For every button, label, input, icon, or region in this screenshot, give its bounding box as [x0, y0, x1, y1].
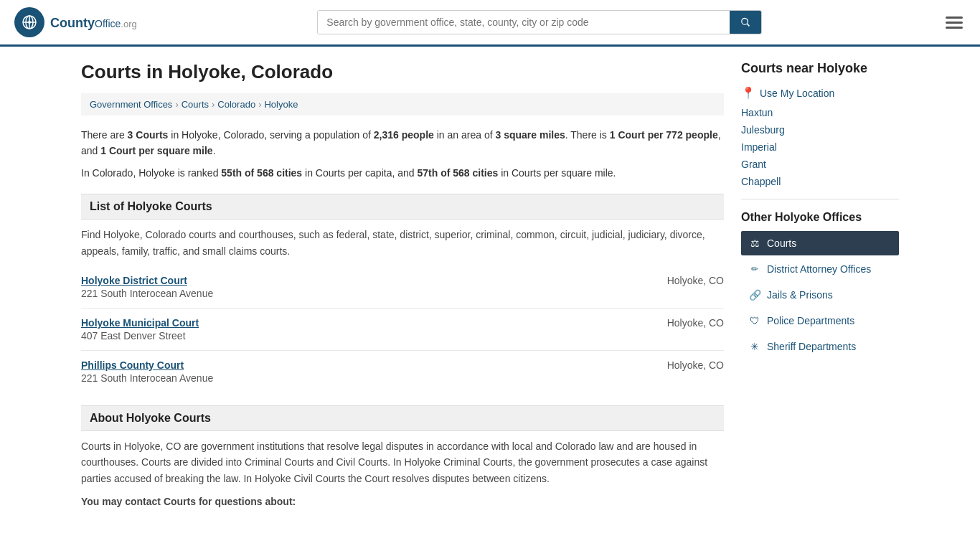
court-address-1: 221 South Interocean Avenue [81, 288, 213, 299]
sidebar: Courts near Holyoke 📍 Use My Location Ha… [741, 61, 899, 517]
logo-icon [14, 7, 44, 37]
jails-icon: 🔗 [748, 289, 761, 301]
stat-per-person: 1 Court per 772 people [610, 129, 718, 141]
breadcrumb-sep-3: › [258, 99, 261, 110]
office-courts[interactable]: ⚖ Courts [741, 231, 899, 255]
nearby-chappell[interactable]: Chappell [741, 176, 899, 187]
nearby-grant[interactable]: Grant [741, 159, 899, 170]
logo-area: CountyOffice.org [14, 7, 137, 37]
about-section-header: About Holyoke Courts [81, 405, 724, 431]
sidebar-divider [741, 199, 899, 199]
office-jails-prisons[interactable]: 🔗 Jails & Prisons [741, 283, 899, 307]
use-my-location-link[interactable]: 📍 Use My Location [741, 86, 899, 100]
hamburger-menu[interactable] [943, 14, 966, 32]
stats-paragraph-1: There are 3 Courts in Holyoke, Colorado,… [81, 127, 724, 159]
nearby-julesburg[interactable]: Julesburg [741, 124, 899, 136]
court-city-2: Holyoke, CO [667, 317, 724, 329]
breadcrumb-holyoke[interactable]: Holyoke [264, 99, 298, 110]
court-address-3: 221 South Interocean Avenue [81, 372, 213, 384]
nearby-title: Courts near Holyoke [741, 61, 899, 76]
breadcrumb-courts[interactable]: Courts [182, 99, 209, 110]
contact-label: You may contact Courts for questions abo… [81, 494, 724, 509]
court-city-1: Holyoke, CO [667, 275, 724, 286]
stat-rank-capita: 55th of 568 cities [221, 167, 302, 179]
court-item-3: Phillips County Court 221 South Interoce… [81, 351, 724, 392]
court-item-1: Holyoke District Court 221 South Interoc… [81, 266, 724, 309]
page-title: Courts in Holyoke, Colorado [81, 61, 724, 83]
district-attorney-icon: ✏ [748, 264, 761, 274]
court-name-1[interactable]: Holyoke District Court [81, 275, 213, 286]
logo-text: CountyOffice.org [50, 14, 137, 31]
courts-icon: ⚖ [748, 237, 761, 249]
office-sheriff[interactable]: ✳ Sheriff Departments [741, 334, 899, 359]
nearby-haxtun[interactable]: Haxtun [741, 107, 899, 118]
breadcrumb-sep-2: › [212, 99, 215, 110]
breadcrumb-gov-offices[interactable]: Government Offices [90, 99, 172, 110]
office-police[interactable]: 🛡 Police Departments [741, 309, 899, 333]
stats-paragraph-2: In Colorado, Holyoke is ranked 55th of 5… [81, 165, 724, 181]
about-text: Courts in Holyoke, CO are government ins… [81, 438, 724, 486]
list-description: Find Holyoke, Colorado courts and courth… [81, 227, 724, 259]
stat-courts-count: 3 Courts [128, 129, 169, 141]
court-city-3: Holyoke, CO [667, 359, 724, 371]
breadcrumb-colorado[interactable]: Colorado [217, 99, 255, 110]
search-input[interactable] [318, 11, 730, 34]
court-name-3[interactable]: Phillips County Court [81, 359, 213, 371]
courts-list: Holyoke District Court 221 South Interoc… [81, 266, 724, 392]
court-row-1: Holyoke District Court 221 South Interoc… [81, 275, 724, 299]
search-button[interactable] [730, 11, 761, 34]
other-offices-title: Other Holyoke Offices [741, 211, 899, 224]
stat-rank-mile: 57th of 568 cities [417, 167, 498, 179]
police-icon: 🛡 [748, 315, 761, 326]
svg-point-5 [28, 21, 31, 24]
office-district-attorney[interactable]: ✏ District Attorney Offices [741, 257, 899, 281]
breadcrumb: Government Offices › Courts › Colorado ›… [81, 93, 724, 116]
search-bar [317, 10, 762, 34]
court-item-2: Holyoke Municipal Court 407 East Denver … [81, 309, 724, 351]
court-row-2: Holyoke Municipal Court 407 East Denver … [81, 317, 724, 342]
sheriff-icon: ✳ [748, 341, 761, 352]
header: CountyOffice.org [0, 0, 980, 47]
location-pin-icon: 📍 [741, 86, 755, 100]
content-area: Courts in Holyoke, Colorado Government O… [81, 61, 724, 517]
stat-area: 3 square miles [495, 129, 565, 141]
court-address-2: 407 East Denver Street [81, 330, 199, 342]
court-row-3: Phillips County Court 221 South Interoce… [81, 359, 724, 384]
stat-per-mile: 1 Court per square mile [100, 145, 212, 156]
court-name-2[interactable]: Holyoke Municipal Court [81, 317, 199, 329]
nearby-imperial[interactable]: Imperial [741, 141, 899, 153]
main-layout: Courts in Holyoke, Colorado Government O… [67, 47, 913, 532]
breadcrumb-sep-1: › [175, 99, 178, 110]
stat-population: 2,316 people [374, 129, 434, 141]
list-section-header: List of Holyoke Courts [81, 194, 724, 220]
